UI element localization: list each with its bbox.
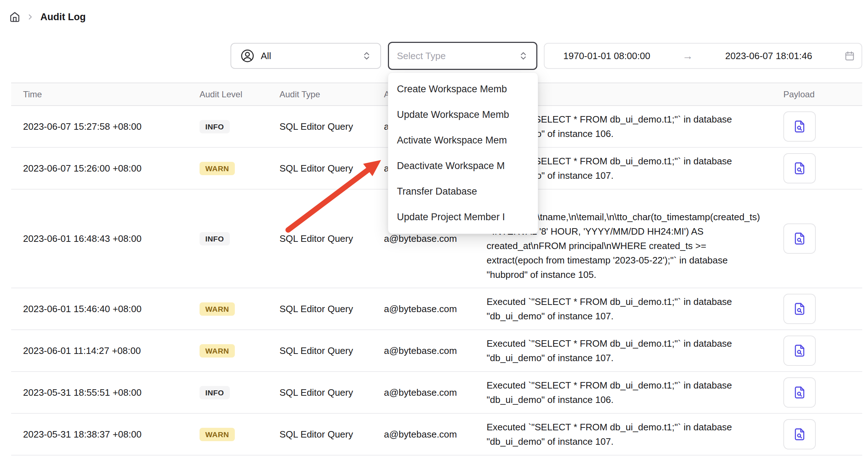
payload-cell bbox=[769, 294, 862, 324]
audit-type: SQL Editor Query bbox=[279, 387, 384, 398]
status-badge: INFO bbox=[200, 386, 230, 399]
view-payload-button[interactable] bbox=[783, 377, 816, 408]
audit-level-cell: WARN bbox=[200, 344, 279, 358]
status-badge: INFO bbox=[200, 232, 230, 245]
chevron-right-icon bbox=[26, 13, 35, 21]
audit-type: SQL Editor Query bbox=[279, 429, 384, 440]
audit-level-filter[interactable]: All bbox=[231, 43, 381, 69]
audit-comment: Executed `"SELECT * FROM db_ui_demo.t1;"… bbox=[487, 420, 769, 449]
audit-time: 2023-06-01 11:14:27 +08:00 bbox=[11, 345, 200, 356]
audit-time: 2023-05-31 18:38:37 +08:00 bbox=[11, 429, 200, 440]
payload-cell bbox=[769, 336, 862, 366]
payload-cell bbox=[769, 111, 862, 142]
dropdown-item[interactable]: Update Workspace Memb bbox=[388, 102, 538, 128]
audit-level-filter-value: All bbox=[261, 50, 271, 62]
table-row: 2023-05-31 18:55:51 +08:00 INFO SQL Edit… bbox=[11, 372, 862, 414]
file-search-icon bbox=[792, 427, 807, 442]
audit-level-cell: INFO bbox=[200, 386, 279, 399]
home-icon[interactable] bbox=[9, 12, 20, 22]
date-range-end: 2023-06-07 18:01:46 bbox=[725, 50, 812, 62]
chevrons-up-down-icon bbox=[362, 51, 372, 61]
date-range-filter[interactable]: 1970-01-01 08:00:00 → 2023-06-07 18:01:4… bbox=[544, 43, 862, 69]
user-circle-icon bbox=[240, 48, 255, 63]
audit-actor: a@bytebase.com bbox=[384, 233, 487, 244]
file-search-icon bbox=[792, 385, 807, 400]
column-header-level: Audit Level bbox=[200, 89, 279, 99]
file-search-icon bbox=[792, 231, 807, 246]
file-search-icon bbox=[792, 343, 807, 358]
audit-type-dropdown-menu: Create Workspace Memb Update Workspace M… bbox=[388, 72, 538, 234]
dropdown-item[interactable]: Transfer Database bbox=[388, 179, 538, 204]
audit-type: SQL Editor Query bbox=[279, 163, 384, 174]
view-payload-button[interactable] bbox=[783, 111, 816, 142]
status-badge: INFO bbox=[200, 120, 230, 133]
dropdown-item[interactable]: Create Workspace Memb bbox=[388, 76, 538, 102]
audit-level-cell: WARN bbox=[200, 162, 279, 175]
audit-comment: Executed `"SELECT * FROM db_ui_demo.t1;"… bbox=[487, 336, 769, 365]
payload-cell bbox=[769, 419, 862, 449]
file-search-icon bbox=[792, 161, 807, 176]
audit-time: 2023-06-01 16:48:43 +08:00 bbox=[11, 233, 200, 244]
audit-time: 2023-06-07 15:26:00 +08:00 bbox=[11, 163, 200, 174]
status-badge: WARN bbox=[200, 302, 235, 316]
date-range-arrow: → bbox=[682, 50, 693, 62]
audit-type-filter-placeholder: Select Type bbox=[397, 50, 446, 62]
payload-cell bbox=[769, 153, 862, 183]
status-badge: WARN bbox=[200, 344, 235, 358]
audit-type: SQL Editor Query bbox=[279, 121, 384, 132]
audit-actor: a@bytebase.com bbox=[384, 429, 487, 440]
page-title: Audit Log bbox=[40, 12, 86, 23]
chevrons-up-down-icon bbox=[518, 51, 528, 61]
view-payload-button[interactable] bbox=[783, 336, 816, 366]
payload-cell bbox=[769, 377, 862, 408]
dropdown-item[interactable]: Activate Workspace Mem bbox=[388, 128, 538, 153]
audit-comment: Executed `"SELECT * FROM db_ui_demo.t1;"… bbox=[487, 294, 769, 323]
audit-level-cell: WARN bbox=[200, 428, 279, 441]
table-row: 2023-06-01 11:14:27 +08:00 WARN SQL Edit… bbox=[11, 330, 862, 372]
view-payload-button[interactable] bbox=[783, 223, 816, 254]
audit-type: SQL Editor Query bbox=[279, 303, 384, 315]
audit-actor: a@bytebase.com bbox=[384, 303, 487, 315]
audit-level-cell: INFO bbox=[200, 232, 279, 245]
view-payload-button[interactable] bbox=[783, 153, 816, 183]
audit-time: 2023-06-07 15:27:58 +08:00 bbox=[11, 121, 200, 132]
audit-type-filter[interactable]: Select Type bbox=[388, 42, 537, 70]
view-payload-button[interactable] bbox=[783, 419, 816, 449]
dropdown-item[interactable]: Deactivate Workspace M bbox=[388, 153, 538, 179]
calendar-icon bbox=[844, 50, 855, 61]
date-range-start: 1970-01-01 08:00:00 bbox=[563, 50, 650, 62]
audit-time: 2023-06-01 15:46:40 +08:00 bbox=[11, 303, 200, 315]
audit-time: 2023-05-31 18:55:51 +08:00 bbox=[11, 387, 200, 398]
status-badge: WARN bbox=[200, 162, 235, 175]
table-row: 2023-06-01 15:46:40 +08:00 WARN SQL Edit… bbox=[11, 288, 862, 330]
audit-level-cell: INFO bbox=[200, 120, 279, 133]
column-header-time: Time bbox=[11, 89, 200, 99]
dropdown-item[interactable]: Update Project Member I bbox=[388, 204, 538, 230]
column-header-payload: Payload bbox=[769, 89, 862, 99]
breadcrumb: Audit Log bbox=[9, 9, 86, 25]
audit-comment: Executed `"SELECT * FROM db_ui_demo.t1;"… bbox=[487, 378, 769, 407]
audit-log-page: Audit Log All Select Type 1970-01-01 08:… bbox=[0, 0, 868, 457]
audit-type: SQL Editor Query bbox=[279, 345, 384, 356]
file-search-icon bbox=[792, 119, 807, 134]
status-badge: WARN bbox=[200, 428, 235, 441]
view-payload-button[interactable] bbox=[783, 294, 816, 324]
column-header-type: Audit Type bbox=[279, 89, 384, 99]
audit-type: SQL Editor Query bbox=[279, 233, 384, 244]
audit-actor: a@bytebase.com bbox=[384, 345, 487, 356]
table-row: 2023-05-31 18:38:37 +08:00 WARN SQL Edit… bbox=[11, 414, 862, 456]
file-search-icon bbox=[792, 302, 807, 316]
audit-actor: a@bytebase.com bbox=[384, 387, 487, 398]
payload-cell bbox=[769, 223, 862, 254]
audit-level-cell: WARN bbox=[200, 302, 279, 316]
